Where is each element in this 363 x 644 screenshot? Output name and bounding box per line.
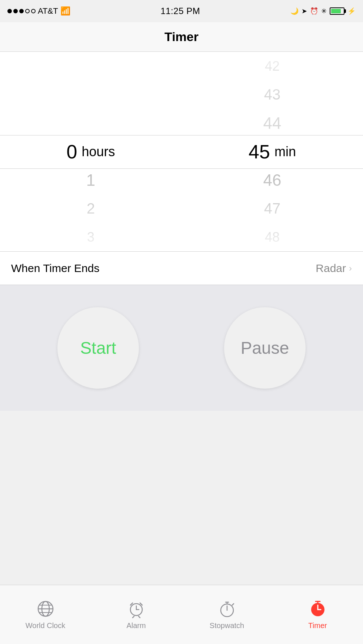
tab-alarm-label: Alarm: [126, 621, 146, 630]
signal-dot-1: [7, 9, 12, 13]
signal-dot-2: [13, 9, 18, 13]
battery-indicator: [330, 7, 344, 15]
hours-item-below3: 3: [0, 223, 182, 251]
carrier-label: AT&T: [38, 6, 58, 16]
wifi-icon: 📶: [60, 6, 70, 16]
timer-ends-row[interactable]: When Timer Ends Radar ›: [0, 252, 363, 285]
timer-ends-value-container[interactable]: Radar ›: [316, 262, 352, 275]
mins-item-below1: 46: [182, 166, 363, 194]
tab-stopwatch-label: Stopwatch: [210, 621, 244, 630]
status-bar: AT&T 📶 11:25 PM 🌙 ➤ ⏰ ✳ ⚡: [0, 0, 363, 22]
status-time: 11:25 PM: [160, 6, 200, 16]
mins-selected: 45 min: [182, 137, 363, 166]
hours-selected: 0 hours: [0, 137, 182, 166]
tab-world-clock[interactable]: World Clock: [0, 599, 91, 630]
globe-icon: [36, 599, 55, 618]
svg-line-10: [133, 616, 134, 618]
selection-line-bottom: [0, 168, 363, 169]
signal-dot-4: [25, 9, 30, 13]
svg-line-11: [139, 616, 140, 618]
tab-bar: World Clock Alarm Stopwatch: [0, 585, 363, 644]
signal-dot-3: [19, 9, 24, 13]
svg-line-16: [232, 604, 234, 605]
mins-item-above1: 44: [182, 109, 363, 137]
bluetooth-icon: ✳: [321, 7, 327, 15]
signal-dot-5: [31, 9, 36, 13]
signal-dots: [7, 9, 36, 13]
mins-item-above2: 43: [182, 80, 363, 109]
tab-timer-label: Timer: [308, 621, 327, 630]
timer-ends-label: When Timer Ends: [11, 262, 99, 275]
selection-line-top: [0, 135, 363, 135]
status-left: AT&T 📶: [7, 6, 70, 16]
hours-item-above2: [0, 80, 182, 109]
battery-fill: [331, 9, 341, 13]
mins-item-above3: 42: [182, 52, 363, 80]
alarm-icon: [127, 599, 146, 618]
start-button[interactable]: Start: [57, 307, 139, 389]
nav-bar: Timer: [0, 22, 363, 52]
picker-area[interactable]: 0 hours 1 2 3 42 43 44 45 min 46 47 48: [0, 52, 363, 252]
page-title: Timer: [164, 30, 199, 44]
tab-timer[interactable]: Timer: [272, 599, 363, 630]
chevron-right-icon: ›: [349, 263, 352, 274]
tab-stopwatch[interactable]: Stopwatch: [182, 599, 272, 630]
location-icon: ➤: [302, 7, 307, 15]
picker-inner: 0 hours 1 2 3 42 43 44 45 min 46 47 48: [0, 52, 363, 251]
mins-item-below2: 47: [182, 194, 363, 223]
mins-item-below3: 48: [182, 223, 363, 251]
timer-icon: [308, 599, 327, 618]
status-right: 🌙 ➤ ⏰ ✳ ⚡: [290, 7, 356, 15]
hours-item-below1: 1: [0, 166, 182, 194]
moon-icon: 🌙: [290, 7, 299, 15]
tab-alarm[interactable]: Alarm: [91, 599, 182, 630]
stopwatch-icon: [217, 599, 237, 618]
hours-item-above1: [0, 109, 182, 137]
minutes-column[interactable]: 42 43 44 45 min 46 47 48: [182, 52, 363, 251]
hours-item-below2: 2: [0, 194, 182, 223]
tab-world-clock-label: World Clock: [26, 621, 65, 630]
pause-button[interactable]: Pause: [224, 307, 306, 389]
charging-icon: ⚡: [347, 7, 356, 15]
buttons-area: Start Pause: [0, 285, 363, 411]
hours-column[interactable]: 0 hours 1 2 3: [0, 52, 182, 251]
hours-item-above3: [0, 52, 182, 80]
alarm-status-icon: ⏰: [310, 7, 318, 15]
timer-ends-selection: Radar: [316, 262, 346, 275]
